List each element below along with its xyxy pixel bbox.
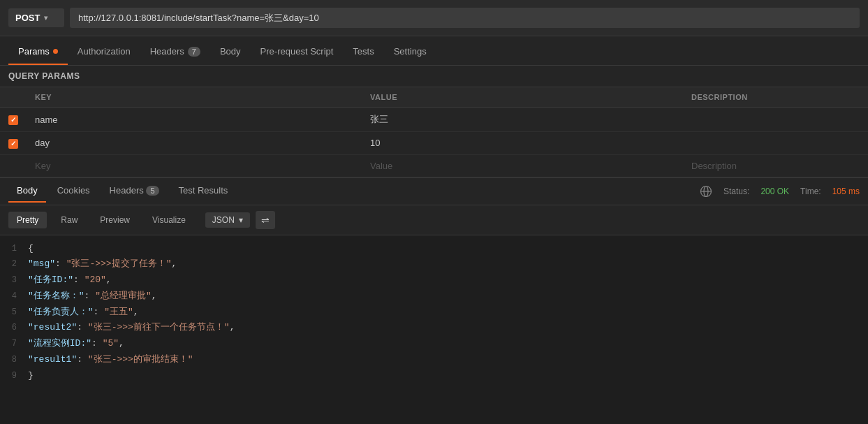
row1-checkbox-cell[interactable] <box>0 108 27 132</box>
th-value: VALUE <box>362 87 683 108</box>
line-content: "任务ID:": "20", <box>28 273 112 288</box>
json-line: 3 "任务ID:": "20", <box>0 272 868 288</box>
tab-tests[interactable]: Tests <box>343 39 383 65</box>
row2-value[interactable]: 10 <box>362 132 683 155</box>
tab-prerequest[interactable]: Pre-request Script <box>251 39 344 65</box>
json-line: 1{ <box>0 241 868 257</box>
response-headers-badge: 5 <box>146 186 159 196</box>
params-dot <box>53 49 58 54</box>
response-tab-body-label: Body <box>17 185 38 196</box>
row1-checkbox[interactable] <box>8 115 18 125</box>
tab-authorization-label: Authorization <box>78 46 131 57</box>
method-label: POST <box>15 13 40 23</box>
json-toolbar: Pretty Raw Preview Visualize JSON ▾ ⇌ <box>0 205 868 235</box>
json-type-chevron-icon: ▾ <box>239 215 243 225</box>
row1-key[interactable]: name <box>27 108 362 132</box>
th-checkbox <box>0 87 27 108</box>
tab-headers[interactable]: Headers 7 <box>140 39 210 65</box>
table-row-placeholder: Key Value Description <box>0 154 868 177</box>
line-number: 8 <box>0 353 28 367</box>
json-line: 2 "msg": "张三->>>提交了任务！", <box>0 256 868 272</box>
response-tab-cookies[interactable]: Cookies <box>49 180 98 203</box>
line-number: 1 <box>0 242 28 256</box>
method-chevron-icon: ▾ <box>44 14 47 22</box>
response-tab-test-results-label: Test Results <box>179 185 228 196</box>
line-content: { <box>28 242 34 256</box>
request-tabs-row: Params Authorization Headers 7 Body Pre-… <box>0 36 868 66</box>
json-line: 4 "任务名称：": "总经理审批", <box>0 288 868 305</box>
line-content: "msg": "张三->>>提交了任务！", <box>28 257 177 272</box>
tab-settings-label: Settings <box>394 46 427 57</box>
line-content: "result1": "张三->>>的审批结束！" <box>28 353 193 367</box>
response-tab-headers-label: Headers <box>110 185 144 196</box>
query-params-label: Query Params <box>0 66 868 87</box>
row2-checkbox[interactable] <box>8 139 18 149</box>
tab-settings[interactable]: Settings <box>384 39 436 65</box>
params-table: KEY VALUE DESCRIPTION name 张三 day 10 <box>0 87 868 177</box>
json-type-label: JSON <box>212 215 235 225</box>
line-content: "任务名称：": "总经理审批", <box>28 289 157 304</box>
response-bar: Body Cookies Headers 5 Test Results Stat… <box>0 177 868 205</box>
headers-badge: 7 <box>188 47 200 57</box>
json-line: 9} <box>0 368 868 384</box>
response-tab-body[interactable]: Body <box>8 180 46 203</box>
placeholder-key[interactable]: Key <box>27 154 362 177</box>
tab-prerequest-label: Pre-request Script <box>260 46 334 57</box>
json-line: 7 "流程实例ID:": "5", <box>0 336 868 352</box>
line-content: "流程实例ID:": "5", <box>28 337 124 351</box>
wrap-icon: ⇌ <box>261 214 270 226</box>
status-label: Status: <box>723 187 749 196</box>
placeholder-description[interactable]: Description <box>683 154 868 177</box>
tab-tests-label: Tests <box>353 46 374 57</box>
format-preview-btn[interactable]: Preview <box>91 212 138 228</box>
method-select[interactable]: POST ▾ <box>8 8 64 27</box>
url-bar: POST ▾ <box>0 0 868 36</box>
tab-authorization[interactable]: Authorization <box>68 39 140 65</box>
placeholder-value[interactable]: Value <box>362 154 683 177</box>
line-number: 2 <box>0 258 28 271</box>
response-tab-test-results[interactable]: Test Results <box>170 180 237 203</box>
json-line: 5 "任务负责人：": "王五", <box>0 305 868 321</box>
line-number: 7 <box>0 337 28 351</box>
time-value: 105 ms <box>832 187 860 196</box>
response-tab-headers[interactable]: Headers 5 <box>101 180 168 203</box>
line-content: "result2": "张三->>>前往下一个任务节点！", <box>28 321 235 335</box>
row2-description[interactable] <box>683 132 868 155</box>
line-content: "任务负责人：": "王五", <box>28 305 139 320</box>
placeholder-checkbox-cell <box>0 154 27 177</box>
url-input[interactable] <box>70 8 860 28</box>
row1-description[interactable] <box>683 108 868 132</box>
status-value: 200 OK <box>760 187 789 196</box>
line-number: 9 <box>0 370 28 383</box>
line-number: 3 <box>0 274 28 287</box>
line-number: 6 <box>0 321 28 335</box>
response-tab-cookies-label: Cookies <box>57 185 90 196</box>
format-raw-btn[interactable]: Raw <box>52 212 86 228</box>
row2-checkbox-cell[interactable] <box>0 132 27 155</box>
line-number: 4 <box>0 290 28 303</box>
tab-params[interactable]: Params <box>8 39 68 65</box>
row1-value[interactable]: 张三 <box>362 108 683 132</box>
wrap-btn[interactable]: ⇌ <box>256 211 275 229</box>
json-type-select[interactable]: JSON ▾ <box>205 212 250 228</box>
row2-key[interactable]: day <box>27 132 362 155</box>
table-row: day 10 <box>0 132 868 155</box>
th-key: KEY <box>27 87 362 108</box>
line-number: 5 <box>0 306 28 319</box>
table-header-row: KEY VALUE DESCRIPTION <box>0 87 868 108</box>
globe-icon <box>700 185 712 198</box>
tab-body[interactable]: Body <box>210 39 251 65</box>
line-content: } <box>28 369 34 383</box>
format-pretty-btn[interactable]: Pretty <box>8 212 47 228</box>
th-description: DESCRIPTION <box>683 87 868 108</box>
params-section: KEY VALUE DESCRIPTION name 张三 day 10 <box>0 87 868 177</box>
format-visualize-btn[interactable]: Visualize <box>144 212 194 228</box>
time-label: Time: <box>800 187 821 196</box>
tab-headers-label: Headers <box>150 46 184 57</box>
status-info: Status: 200 OK Time: 105 ms <box>700 185 860 198</box>
tab-params-label: Params <box>18 46 50 57</box>
tab-body-label: Body <box>220 46 241 57</box>
json-line: 6 "result2": "张三->>>前往下一个任务节点！", <box>0 320 868 336</box>
table-row: name 张三 <box>0 108 868 132</box>
json-line: 8 "result1": "张三->>>的审批结束！" <box>0 352 868 368</box>
